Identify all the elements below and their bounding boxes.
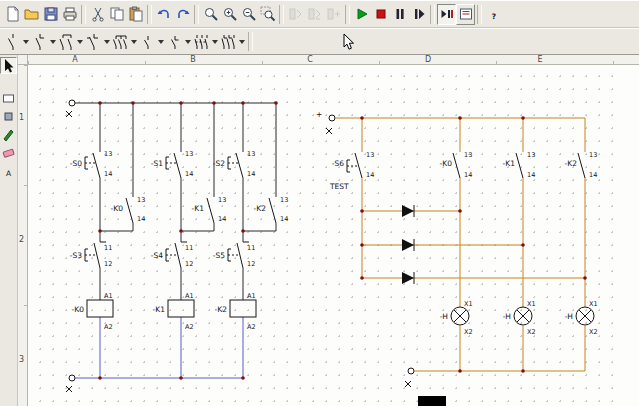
terminal-label: 13 (185, 150, 193, 158)
lamp-h3[interactable]: -H X1 X2 (565, 300, 598, 371)
new-file-icon (5, 6, 21, 22)
caption-label: TEST (329, 182, 349, 191)
paste-button[interactable] (126, 4, 145, 25)
open-button[interactable] (22, 4, 41, 25)
contact-group-a-icon (113, 33, 129, 51)
zoom-window-button[interactable] (258, 4, 277, 25)
zoom-in-button[interactable] (220, 4, 239, 25)
zoom-page-button[interactable] (201, 4, 220, 25)
stop-button-s5[interactable]: -S5 11 12 (213, 242, 256, 268)
terminal-label: A2 (247, 323, 256, 331)
step-button[interactable] (409, 4, 428, 25)
black-block[interactable] (418, 396, 446, 406)
symbol-contact-group-a-button[interactable] (111, 30, 138, 53)
rung-3-wires[interactable] (243, 103, 276, 378)
test-pushbutton-s6[interactable]: -S6 13 14 TEST (329, 118, 374, 278)
pushbutton-s1[interactable]: -S1 13 14 (151, 150, 194, 178)
run-button[interactable] (352, 4, 371, 25)
eraser-tool-button[interactable] (0, 144, 17, 161)
rung-2-wires[interactable] (181, 103, 214, 378)
stop-button[interactable] (371, 4, 390, 25)
undo-arrow-icon (156, 6, 172, 22)
seal-contact-k2[interactable]: -K2 13 14 (254, 196, 289, 223)
print-button[interactable] (60, 4, 79, 25)
symbol-nc-contact-button[interactable] (30, 30, 57, 53)
terminal-label: 14 (137, 215, 145, 223)
clipboard-icon (128, 6, 144, 22)
stop-button-s3[interactable]: -S3 11 12 (70, 242, 113, 268)
symbol-no-contact-button[interactable] (3, 30, 30, 53)
symbol-changeover-contact-button[interactable] (84, 30, 111, 53)
supply-terminal-bottom[interactable] (66, 375, 90, 392)
relay-contact-k2[interactable]: -K2 13 14 (565, 118, 598, 307)
tool-palette: A (0, 55, 18, 406)
undo-button[interactable] (154, 4, 173, 25)
dropdown-caret-icon (131, 40, 137, 44)
cut-button[interactable] (88, 4, 107, 25)
symbol-no-contact-small-button[interactable] (138, 30, 165, 53)
relay-contact-k1[interactable]: -K1 13 14 (503, 118, 536, 307)
drawing-canvas[interactable]: -S0 13 14 -K0 13 14 -S3 11 12 -K0 A1 A2 (28, 65, 639, 406)
text-tool-button[interactable]: A (0, 162, 17, 179)
terminal-label: X1 (464, 300, 473, 308)
terminal-label: A1 (185, 292, 194, 300)
redo-button[interactable] (173, 4, 192, 25)
device-label: -S4 (151, 251, 163, 260)
symbol-double-contact-button[interactable] (57, 30, 84, 53)
rectangle-tool-button[interactable] (0, 90, 17, 107)
sim-mode-2-button[interactable] (305, 4, 324, 25)
terminal-label: A1 (104, 292, 113, 300)
plus-terminal[interactable]: + (316, 110, 350, 134)
diode-row-1[interactable] (362, 205, 460, 217)
return-terminal[interactable] (405, 368, 420, 387)
coil-k1[interactable]: -K1 A1 A2 (153, 292, 194, 331)
sim-mode-3-button[interactable] (324, 4, 343, 25)
help-button[interactable]: ? (484, 4, 503, 25)
magnifier-window-icon (260, 6, 276, 22)
pushbutton-s0[interactable]: -S0 13 14 (70, 150, 113, 178)
coil-k2[interactable]: -K2 A1 A2 (215, 292, 256, 331)
symbol-nc-contact-small-button[interactable] (165, 30, 192, 53)
relay-contact-k0[interactable]: -K0 13 14 (440, 118, 473, 307)
filled-rectangle-tool-button[interactable] (0, 108, 17, 125)
seal-contact-k1[interactable]: -K1 13 14 (192, 196, 227, 223)
new-button[interactable] (3, 4, 22, 25)
terminal-label: 13 (464, 151, 472, 159)
toolbar-separator (147, 5, 152, 24)
save-button[interactable] (41, 4, 60, 25)
stop-button-s4[interactable]: -S4 11 12 (151, 242, 194, 268)
supply-terminal-top[interactable] (66, 100, 90, 117)
toolbar-separator (248, 32, 253, 51)
seal-contact-k0[interactable]: -K0 13 14 (111, 196, 146, 223)
rectangle-icon (1, 91, 16, 106)
printer-icon (62, 6, 78, 22)
lamp-h1[interactable]: -H X1 X2 (440, 300, 473, 371)
sim-mode-2-icon (307, 6, 323, 22)
pencil-tool-button[interactable] (0, 126, 17, 143)
nc-contact-icon (32, 33, 48, 51)
terminal-label: 12 (247, 260, 255, 268)
device-label: -K0 (440, 159, 453, 168)
coil-k0[interactable]: -K0 A1 A2 (72, 292, 113, 331)
terminal-label: 14 (185, 170, 193, 178)
lamp-h2[interactable]: -H X1 X2 (503, 300, 536, 371)
pause-button[interactable] (390, 4, 409, 25)
symbol-triple-contact-bar-button[interactable] (219, 30, 246, 53)
diode-row-2[interactable] (362, 239, 523, 251)
symbol-triple-contact-button[interactable] (192, 30, 219, 53)
ruler-row-label: 1 (19, 113, 24, 122)
sim-mode-1-button[interactable] (286, 4, 305, 25)
monitor-button[interactable] (437, 4, 456, 25)
probe-button[interactable] (456, 4, 475, 25)
diode-row-3[interactable] (362, 272, 585, 284)
copy-button[interactable] (107, 4, 126, 25)
ruler-column-label: B (190, 55, 196, 65)
terminal-label: 13 (247, 150, 255, 158)
zoom-out-button[interactable] (239, 4, 258, 25)
step-icon (411, 6, 427, 22)
pointer-tool-button[interactable] (0, 57, 17, 74)
ruler-column-label: A (72, 55, 77, 65)
pushbutton-s2[interactable]: -S2 13 14 (213, 150, 256, 178)
rung-1-wires[interactable] (100, 103, 133, 378)
terminal-label: 12 (104, 260, 112, 268)
